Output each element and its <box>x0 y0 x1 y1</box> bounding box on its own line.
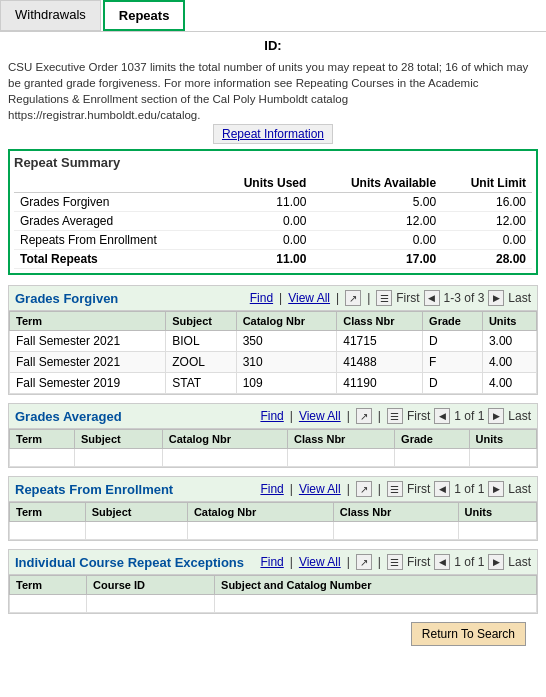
rfe-col-class: Class Nbr <box>333 503 458 522</box>
tab-withdrawals[interactable]: Withdrawals <box>0 0 101 31</box>
table-row: Total Repeats 11.00 17.00 28.00 <box>14 250 532 269</box>
grades-forgiven-find[interactable]: Find <box>250 291 273 305</box>
grades-forgiven-header: Grades Forgiven Find | View All | ↗ | ☰ … <box>9 286 537 311</box>
ga-col-class: Class Nbr <box>288 430 395 449</box>
info-text: CSU Executive Order 1037 limits the tota… <box>8 59 538 123</box>
summary-col-unit-limit: Unit Limit <box>442 174 532 193</box>
grades-averaged-prev[interactable]: ◀ <box>434 408 450 424</box>
grades-forgiven-next[interactable]: ▶ <box>488 290 504 306</box>
table-row <box>10 449 537 467</box>
repeats-from-enrollment-header: Repeats From Enrollment Find | View All … <box>9 477 537 502</box>
rfe-first: First <box>407 482 430 496</box>
main-content: ID: CSU Executive Order 1037 limits the … <box>0 32 546 658</box>
tabs-bar: Withdrawals Repeats <box>0 0 546 32</box>
return-to-search-button[interactable]: Return To Search <box>411 622 526 646</box>
individual-course-repeat-title: Individual Course Repeat Exceptions <box>15 555 244 570</box>
grades-forgiven-controls: Find | View All | ↗ | ☰ First ◀ 1-3 of 3… <box>250 290 531 306</box>
grades-forgiven-last: Last <box>508 291 531 305</box>
grades-forgiven-icon2[interactable]: ☰ <box>376 290 392 306</box>
table-row <box>10 595 537 613</box>
icr-col-subject-catalog: Subject and Catalog Number <box>215 576 537 595</box>
repeat-summary-title: Repeat Summary <box>14 155 532 170</box>
tab-repeats[interactable]: Repeats <box>103 0 186 31</box>
gf-col-grade: Grade <box>423 312 483 331</box>
rfe-icon2[interactable]: ☰ <box>387 481 403 497</box>
repeat-summary-box: Repeat Summary Units Used Units Availabl… <box>8 149 538 275</box>
table-row: Grades Forgiven 11.00 5.00 16.00 <box>14 193 532 212</box>
repeats-from-enrollment-table: Term Subject Catalog Nbr Class Nbr Units <box>9 502 537 540</box>
grades-forgiven-nav: 1-3 of 3 <box>444 291 485 305</box>
ga-col-term: Term <box>10 430 75 449</box>
grades-forgiven-section: Grades Forgiven Find | View All | ↗ | ☰ … <box>8 285 538 395</box>
table-row: Fall Semester 2019 STAT 109 41190 D 4.00 <box>10 373 537 394</box>
individual-course-repeat-controls: Find | View All | ↗ | ☰ First ◀ 1 of 1 ▶… <box>260 554 531 570</box>
icr-find[interactable]: Find <box>260 555 283 569</box>
rfe-last: Last <box>508 482 531 496</box>
gf-col-class: Class Nbr <box>337 312 423 331</box>
ga-col-units: Units <box>469 430 536 449</box>
rfe-col-subject: Subject <box>85 503 187 522</box>
icr-prev[interactable]: ◀ <box>434 554 450 570</box>
repeats-from-enrollment-section: Repeats From Enrollment Find | View All … <box>8 476 538 541</box>
icr-col-term: Term <box>10 576 87 595</box>
grades-forgiven-prev[interactable]: ◀ <box>424 290 440 306</box>
table-row: Grades Averaged 0.00 12.00 12.00 <box>14 212 532 231</box>
grades-averaged-title: Grades Averaged <box>15 409 122 424</box>
ga-col-subject: Subject <box>75 430 163 449</box>
rfe-icon1[interactable]: ↗ <box>356 481 372 497</box>
grades-averaged-nav: 1 of 1 <box>454 409 484 423</box>
gf-col-term: Term <box>10 312 166 331</box>
table-row: Fall Semester 2021 BIOL 350 41715 D 3.00 <box>10 331 537 352</box>
grades-averaged-icon2[interactable]: ☰ <box>387 408 403 424</box>
summary-col-units-available: Units Available <box>312 174 442 193</box>
grades-averaged-section: Grades Averaged Find | View All | ↗ | ☰ … <box>8 403 538 468</box>
icr-last: Last <box>508 555 531 569</box>
grades-forgiven-icon1[interactable]: ↗ <box>345 290 361 306</box>
grades-averaged-last: Last <box>508 409 531 423</box>
id-label: ID: <box>8 38 538 53</box>
grades-averaged-next[interactable]: ▶ <box>488 408 504 424</box>
summary-col-label <box>14 174 213 193</box>
gf-col-units: Units <box>482 312 536 331</box>
repeat-summary-table: Units Used Units Available Unit Limit Gr… <box>14 174 532 269</box>
individual-course-repeat-table: Term Course ID Subject and Catalog Numbe… <box>9 575 537 613</box>
grades-averaged-first: First <box>407 409 430 423</box>
icr-col-course-id: Course ID <box>87 576 215 595</box>
icr-icon2[interactable]: ☰ <box>387 554 403 570</box>
ga-col-catalog: Catalog Nbr <box>162 430 287 449</box>
table-row: Fall Semester 2021 ZOOL 310 41488 F 4.00 <box>10 352 537 373</box>
rfe-next[interactable]: ▶ <box>488 481 504 497</box>
icr-nav: 1 of 1 <box>454 555 484 569</box>
rfe-col-catalog: Catalog Nbr <box>187 503 333 522</box>
grades-averaged-controls: Find | View All | ↗ | ☰ First ◀ 1 of 1 ▶… <box>260 408 531 424</box>
rfe-col-units: Units <box>458 503 536 522</box>
icr-first: First <box>407 555 430 569</box>
gf-col-subject: Subject <box>166 312 236 331</box>
grades-forgiven-view-all[interactable]: View All <box>288 291 330 305</box>
table-row <box>10 522 537 540</box>
repeats-from-enrollment-controls: Find | View All | ↗ | ☰ First ◀ 1 of 1 ▶… <box>260 481 531 497</box>
grades-averaged-icon1[interactable]: ↗ <box>356 408 372 424</box>
ga-col-grade: Grade <box>395 430 470 449</box>
rfe-prev[interactable]: ◀ <box>434 481 450 497</box>
grades-forgiven-title: Grades Forgiven <box>15 291 118 306</box>
repeat-info-link-container: Repeat Information <box>8 127 538 141</box>
icr-view-all[interactable]: View All <box>299 555 341 569</box>
summary-col-units-used: Units Used <box>213 174 313 193</box>
repeats-from-enrollment-title: Repeats From Enrollment <box>15 482 173 497</box>
gf-col-catalog: Catalog Nbr <box>236 312 337 331</box>
grades-forgiven-table: Term Subject Catalog Nbr Class Nbr Grade… <box>9 311 537 394</box>
rfe-col-term: Term <box>10 503 86 522</box>
icr-next[interactable]: ▶ <box>488 554 504 570</box>
grades-forgiven-first: First <box>396 291 419 305</box>
table-row: Repeats From Enrollment 0.00 0.00 0.00 <box>14 231 532 250</box>
grades-averaged-find[interactable]: Find <box>260 409 283 423</box>
grades-averaged-header: Grades Averaged Find | View All | ↗ | ☰ … <box>9 404 537 429</box>
grades-averaged-view-all[interactable]: View All <box>299 409 341 423</box>
grades-averaged-table: Term Subject Catalog Nbr Class Nbr Grade… <box>9 429 537 467</box>
icr-icon1[interactable]: ↗ <box>356 554 372 570</box>
rfe-view-all[interactable]: View All <box>299 482 341 496</box>
return-search-container: Return To Search <box>12 622 534 646</box>
repeat-info-link[interactable]: Repeat Information <box>213 124 333 144</box>
rfe-find[interactable]: Find <box>260 482 283 496</box>
